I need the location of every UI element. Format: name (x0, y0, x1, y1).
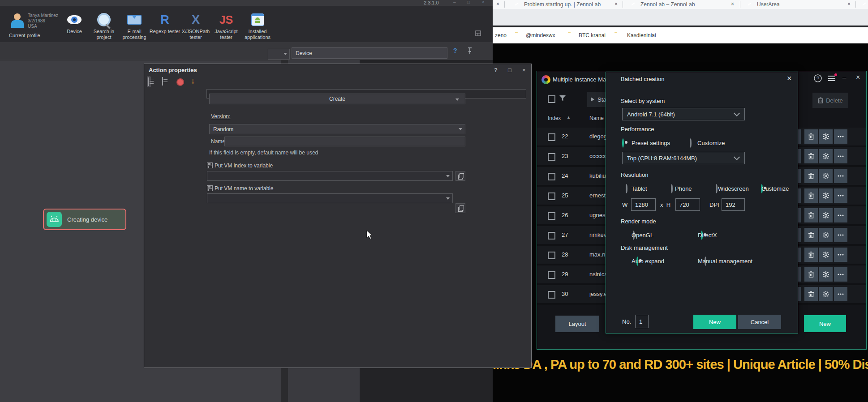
row-more-button[interactable] (834, 267, 847, 282)
layout-grid-icon[interactable] (475, 30, 481, 37)
row-settings-button[interactable] (819, 129, 833, 144)
maximize-icon[interactable]: □ (508, 67, 511, 73)
close-icon[interactable]: × (731, 1, 734, 7)
close-icon[interactable]: × (856, 73, 860, 81)
performance-customize-label[interactable]: Customize (697, 140, 725, 146)
column-header-index[interactable]: Index (548, 115, 561, 121)
ribbon-device-button[interactable]: Device (57, 12, 91, 34)
tab-zennolab[interactable]: ZennoLab – ZennoLab (640, 1, 695, 8)
mini-dropdown[interactable] (268, 49, 290, 60)
close-icon[interactable]: × (614, 1, 618, 7)
close-icon[interactable]: × (522, 67, 526, 73)
help-icon[interactable]: ? (814, 74, 822, 82)
performance-customize-radio[interactable] (690, 138, 692, 148)
bookmark-btc-kranai[interactable]: BTC kranai (579, 32, 606, 38)
close-icon[interactable]: × (482, 0, 485, 4)
row-delete-button[interactable] (804, 188, 818, 203)
copy-icon[interactable] (455, 171, 465, 181)
pin-icon[interactable] (467, 47, 473, 54)
row-delete-button[interactable] (804, 228, 818, 242)
cancel-button[interactable]: Cancel (738, 315, 781, 329)
width-input[interactable]: 1280 (631, 198, 656, 211)
preset-settings-radio[interactable] (622, 138, 624, 148)
row-delete-button[interactable] (804, 129, 818, 144)
widescreen-label[interactable]: Widescreen (718, 185, 749, 192)
row-settings-button[interactable] (819, 169, 833, 183)
orange-down-arrow-icon[interactable]: ↓ (191, 77, 195, 85)
mim-new-button[interactable]: New (804, 315, 846, 332)
auto-expand-label[interactable]: Auto expand (632, 258, 664, 265)
row-checkbox[interactable] (548, 291, 555, 299)
dpi-input[interactable]: 192 (722, 198, 745, 211)
record-icon[interactable] (176, 78, 184, 86)
bookmark-mindeswx[interactable]: @mindeswx (526, 32, 555, 38)
row-delete-button[interactable] (804, 287, 818, 301)
row-more-button[interactable] (834, 248, 847, 262)
row-settings-button[interactable] (819, 248, 833, 262)
action-type-dropdown[interactable]: Create (209, 94, 465, 104)
ribbon-search-in-project-button[interactable]: Search inproject (87, 12, 121, 40)
minimize-icon[interactable]: – (842, 73, 846, 81)
device-combobox[interactable]: Device (292, 47, 447, 59)
row-settings-button[interactable] (819, 287, 833, 301)
row-more-button[interactable] (834, 208, 847, 222)
row-delete-button[interactable] (804, 208, 818, 222)
directx-label[interactable]: DirectX (698, 232, 717, 239)
height-input[interactable]: 720 (675, 198, 700, 211)
row-more-button[interactable] (834, 188, 847, 203)
name-input[interactable] (224, 137, 465, 146)
doc-settings-icon[interactable] (147, 77, 150, 87)
resolution-customize-label[interactable]: Customize (761, 185, 789, 192)
system-dropdown[interactable]: Android 7.1 (64bit) (622, 108, 745, 120)
tab-problem-starting[interactable]: Problem starting up. | ZennoLab (524, 1, 601, 8)
row-checkbox[interactable] (548, 212, 555, 220)
row-settings-button[interactable] (819, 188, 833, 203)
row-settings-button[interactable] (819, 228, 833, 242)
new-button[interactable]: New (693, 315, 736, 329)
row-checkbox[interactable] (548, 192, 555, 200)
preset-dropdown[interactable]: Top (CPU:8 RAM:6144MB) (622, 152, 745, 164)
creating-device-action-block[interactable]: Creating device (43, 209, 126, 230)
help-icon[interactable]: ? (494, 67, 498, 73)
row-more-button[interactable] (834, 169, 847, 183)
row-delete-button[interactable] (804, 149, 818, 163)
row-checkbox[interactable] (548, 252, 555, 259)
phone-label[interactable]: Phone (675, 185, 692, 192)
row-checkbox[interactable] (548, 173, 555, 180)
filter-icon[interactable] (559, 95, 566, 102)
count-input[interactable]: 1 (635, 315, 649, 328)
copy-icon[interactable] (455, 203, 465, 213)
row-checkbox[interactable] (548, 133, 555, 141)
ribbon-javascript-tester-button[interactable]: JS JavaScripttester (209, 12, 243, 40)
tab-userarea[interactable]: UserArea (757, 1, 780, 8)
close-icon[interactable]: × (496, 1, 499, 7)
bookmark-kasdieniniai[interactable]: Kasdieniniai (627, 32, 656, 38)
select-all-checkbox[interactable] (548, 95, 555, 103)
row-delete-button[interactable] (804, 267, 818, 282)
delete-button[interactable]: Delete (812, 93, 848, 108)
row-checkbox[interactable] (548, 271, 555, 279)
column-header-name[interactable]: Name (589, 115, 604, 121)
row-delete-button[interactable] (804, 248, 818, 262)
ribbon-installed-applications-button[interactable]: Installedapplications (241, 12, 275, 40)
layout-button[interactable]: Layout (555, 316, 599, 332)
menu-icon[interactable] (828, 75, 838, 82)
widescreen-radio[interactable] (716, 184, 718, 193)
minimize-icon[interactable]: – (453, 0, 456, 4)
vm-index-variable-dropdown[interactable] (207, 171, 453, 181)
row-more-button[interactable] (834, 149, 847, 163)
row-more-button[interactable] (834, 129, 847, 144)
row-delete-button[interactable] (804, 169, 818, 183)
preset-settings-label[interactable]: Preset settings (632, 140, 670, 146)
action-properties-titlebar[interactable]: Action properties ? □ × (144, 64, 531, 76)
row-more-button[interactable] (834, 287, 847, 301)
close-icon[interactable]: × (847, 1, 851, 7)
row-settings-button[interactable] (819, 149, 833, 163)
row-settings-button[interactable] (819, 267, 833, 282)
manual-management-label[interactable]: Manual management (698, 258, 752, 265)
vm-name-variable-dropdown[interactable] (207, 193, 453, 203)
opengl-label[interactable]: OpenGL (632, 232, 653, 239)
tablet-label[interactable]: Tablet (632, 185, 647, 192)
row-checkbox[interactable] (548, 232, 555, 239)
version-dropdown[interactable]: Random (209, 124, 465, 134)
